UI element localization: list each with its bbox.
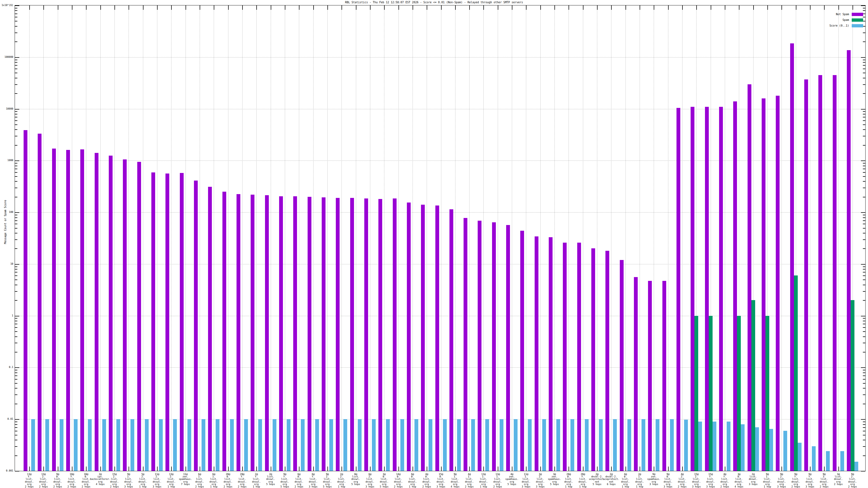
legend-swatch-not-spam [852, 13, 863, 16]
y-tick-left [15, 376, 18, 376]
not-spam-bar [407, 202, 411, 471]
x-gridline [115, 5, 115, 471]
y-tick-left [15, 431, 18, 431]
y-tick-label: 1000 [0, 159, 13, 162]
legend-label-not-spam: Not Spam [795, 13, 849, 16]
y-tick-left [15, 124, 18, 125]
x-tick-top [796, 5, 796, 10]
score-bar [812, 446, 816, 471]
y-tick-right [863, 376, 865, 376]
y-tick-label: 0.01 [0, 418, 13, 420]
y-tick-right [863, 93, 865, 94]
x-tick-bottom [668, 466, 669, 471]
y-tick-right [863, 169, 865, 169]
not-spam-bar [364, 198, 368, 471]
spam-bar [794, 275, 798, 471]
y-tick-left [15, 275, 18, 276]
y-tick-right [863, 197, 865, 197]
score-bar [713, 422, 716, 471]
x-tick-top [271, 5, 271, 10]
y-tick-left [15, 5, 19, 6]
x-tick-top [682, 5, 683, 10]
y-tick-right [863, 331, 865, 332]
score-bar [556, 419, 560, 471]
score-bar [570, 419, 574, 471]
x-gridline [72, 5, 72, 471]
not-spam-bar [322, 197, 326, 471]
y-gridline [15, 212, 865, 213]
y-tick-label: 0.1 [0, 366, 13, 368]
x-gridline [568, 5, 569, 471]
not-spam-bar [265, 195, 269, 471]
y-tick-right [863, 117, 865, 118]
x-tick-top [72, 5, 72, 10]
x-tick-bottom [399, 466, 399, 471]
y-tick-left [15, 300, 18, 301]
y-tick-right [863, 17, 865, 18]
y-tick-right [861, 419, 865, 420]
spam-bar [850, 300, 855, 471]
x-tick-bottom [412, 466, 413, 471]
y-tick-left [15, 57, 19, 58]
y-tick-left [15, 161, 19, 161]
x-tick-bottom [313, 466, 314, 471]
y-tick-right [861, 367, 865, 368]
y-tick-left [15, 379, 18, 380]
x-gridline [554, 5, 555, 471]
y-tick-left [15, 163, 18, 163]
y-tick-right [863, 372, 865, 373]
x-tick-label: 9@ 2. list. dnswl. org 2 hops [836, 473, 868, 488]
x-gridline [100, 5, 101, 471]
not-spam-bar [492, 222, 496, 471]
y-tick-left [15, 13, 18, 14]
not-spam-bar [222, 192, 226, 471]
x-tick-bottom [498, 466, 498, 471]
not-spam-bar [393, 198, 397, 471]
x-tick-top [852, 5, 853, 10]
x-tick-top [256, 5, 257, 10]
y-tick-right [863, 300, 865, 301]
not-spam-bar [648, 281, 652, 471]
y-tick-left [15, 291, 18, 292]
x-tick-top [512, 5, 513, 10]
y-tick-left [15, 324, 18, 324]
x-tick-bottom [469, 466, 470, 471]
x-gridline [43, 5, 44, 471]
y-tick-right [863, 8, 865, 8]
y-tick-label: 0.001 [0, 469, 13, 472]
y-tick-left [15, 331, 18, 332]
not-spam-bar [549, 237, 553, 471]
not-spam-bar [109, 156, 113, 471]
x-tick-top [328, 5, 328, 10]
y-tick-left [15, 367, 19, 368]
score-bar [202, 419, 205, 471]
score-bar [457, 419, 461, 471]
y-tick-right [863, 10, 865, 11]
not-spam-bar [24, 130, 27, 471]
y-tick-left [15, 419, 19, 420]
score-bar [414, 419, 418, 471]
not-spam-bar [833, 75, 837, 471]
x-gridline [242, 5, 243, 471]
not-spam-bar [662, 281, 666, 471]
score-bar [528, 419, 532, 471]
score-bar [315, 419, 319, 471]
y-tick-right [863, 431, 865, 431]
x-tick-top [484, 5, 484, 10]
x-tick-bottom [583, 466, 584, 471]
y-tick-right [863, 318, 865, 319]
x-tick-bottom [824, 466, 825, 471]
not-spam-bar [506, 225, 510, 471]
y-tick-label: 1 [0, 315, 13, 317]
y-tick-right [863, 427, 865, 428]
x-tick-top [228, 5, 229, 10]
not-spam-bar [194, 181, 198, 471]
not-spam-bar [180, 173, 184, 471]
x-tick-bottom [115, 466, 115, 471]
score-bar [826, 451, 830, 471]
score-bar [542, 419, 546, 471]
y-tick-left [15, 114, 18, 115]
x-tick-bottom [186, 466, 186, 471]
score-bar [130, 419, 134, 471]
y-tick-left [15, 455, 18, 456]
